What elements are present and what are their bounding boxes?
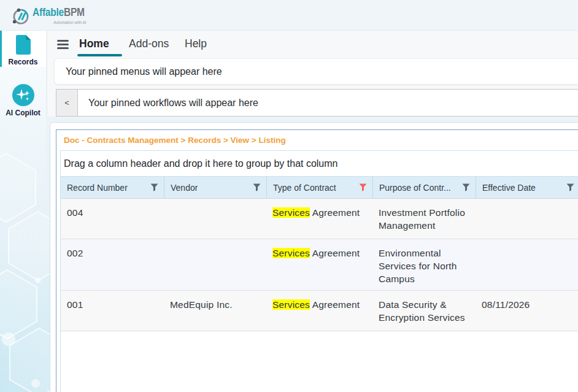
cell-effective-date — [476, 239, 578, 290]
logo-tagline: Automation with AI — [53, 20, 83, 25]
sidebar-item-records[interactable]: Records — [0, 31, 46, 67]
cell-vendor — [164, 199, 266, 239]
cell-purpose: Data Security & Encryption Services — [372, 291, 476, 331]
filter-icon-active[interactable] — [359, 183, 367, 191]
records-panel: Doc - Contracts Management > Records > V… — [56, 129, 578, 392]
filter-icon[interactable] — [462, 183, 470, 191]
cell-purpose: Environmental Services for North Campus — [372, 239, 476, 290]
sidebar-item-label: Records — [8, 58, 37, 66]
tab-home[interactable]: Home — [79, 37, 109, 50]
logo-text: AffableBPM — [33, 6, 85, 19]
affablebpm-app: AffableBPM Automation with AI Records AI… — [0, 0, 578, 392]
tab-help[interactable]: Help — [185, 37, 207, 50]
pinned-workflows-bar: < Your pinned workflows will appear here — [56, 89, 578, 117]
cell-effective-date — [476, 199, 578, 239]
logo-icon — [11, 7, 31, 26]
pinned-menus-bar: Your pinned menus will appear here — [54, 58, 578, 85]
collapse-button[interactable]: < — [56, 90, 78, 116]
active-indicator — [0, 31, 2, 67]
filter-icon[interactable] — [150, 183, 158, 191]
group-by-hint: Drag a column header and drop it here to… — [61, 151, 578, 177]
grid-header-row: Record Number Vendor Type of Contract Pu… — [61, 177, 578, 199]
cell-vendor — [164, 239, 266, 290]
tab-add-ons[interactable]: Add-ons — [129, 37, 169, 50]
cell-effective-date: 08/11/2026 — [476, 291, 578, 331]
pinned-workflows-text: Your pinned workflows will appear here — [78, 90, 258, 116]
sidebar-item-ai-copilot[interactable]: AI Copilot — [0, 75, 46, 122]
table-row[interactable]: 002 Services Agreement Environmental Ser… — [61, 239, 578, 291]
cell-type-of-contract: Services Agreement — [266, 239, 372, 290]
cell-record-number: 002 — [61, 239, 164, 290]
content-card: Doc - Contracts Management > Records > V… — [50, 122, 578, 392]
column-header-type-of-contract[interactable]: Type of Contract — [266, 177, 372, 198]
cell-record-number: 001 — [61, 291, 164, 331]
column-header-effective-date[interactable]: Effective Date — [476, 177, 578, 198]
records-grid: Drag a column header and drop it here to… — [60, 150, 578, 392]
column-header-record-number[interactable]: Record Number — [61, 177, 164, 198]
column-header-purpose-of-contract[interactable]: Purpose of Contr... — [372, 177, 476, 198]
breadcrumb[interactable]: Doc - Contracts Management > Records > V… — [56, 130, 578, 150]
table-row[interactable]: 001 MedEquip Inc. Services Agreement Dat… — [61, 291, 578, 331]
sidebar-item-label: AI Copilot — [6, 109, 40, 117]
hamburger-icon[interactable] — [57, 40, 69, 51]
cell-record-number: 004 — [61, 199, 164, 239]
filter-icon[interactable] — [253, 183, 261, 191]
cell-type-of-contract: Services Agreement — [266, 291, 372, 331]
table-row[interactable]: 004 Services Agreement Investment Portfo… — [61, 199, 578, 239]
column-header-vendor[interactable]: Vendor — [164, 177, 266, 198]
active-tab-underline — [77, 54, 122, 56]
filter-icon[interactable] — [566, 183, 574, 191]
top-header: AffableBPM Automation with AI — [0, 0, 578, 31]
sidebar: Records AI Copilot — [0, 31, 46, 392]
document-icon — [14, 34, 33, 55]
cell-vendor: MedEquip Inc. — [164, 291, 266, 331]
cell-purpose: Investment Portfolio Management — [372, 199, 476, 239]
logo[interactable]: AffableBPM Automation with AI — [0, 0, 123, 31]
sparkles-icon — [12, 84, 34, 106]
cell-type-of-contract: Services Agreement — [266, 199, 372, 239]
